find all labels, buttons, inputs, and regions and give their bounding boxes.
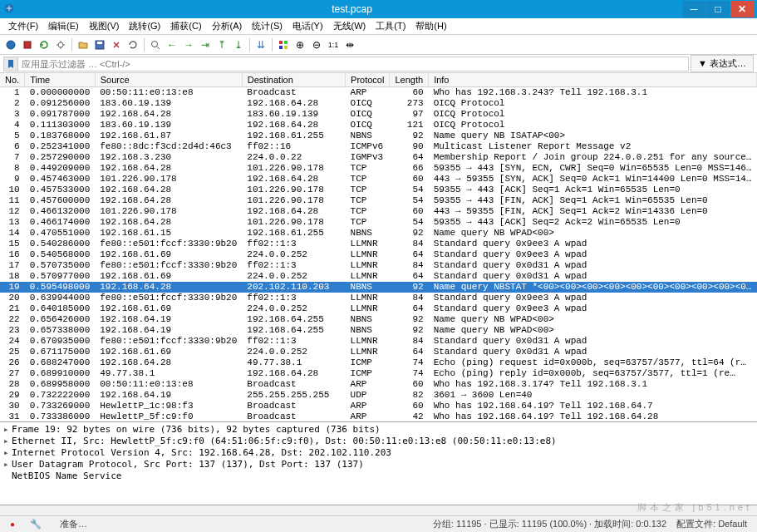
menu-item[interactable]: 工具(T) (371, 18, 410, 34)
packet-row[interactable]: 40.111303000183.60.19.139192.168.64.28OI… (0, 120, 757, 131)
start-capture-icon[interactable] (3, 37, 18, 52)
watermark: 脚本之家 jb51.net (637, 501, 752, 514)
zoom-out-icon[interactable]: ⊖ (309, 37, 324, 52)
packet-row[interactable]: 300.733269000HewlettP_1c:98:f3BroadcastA… (0, 401, 757, 411)
menu-item[interactable]: 编辑(E) (43, 18, 84, 34)
packet-row[interactable]: 130.466174000192.168.64.28101.226.90.178… (0, 217, 757, 228)
restart-capture-icon[interactable] (37, 37, 52, 52)
menu-item[interactable]: 无线(W) (328, 18, 371, 34)
packet-row[interactable]: 260.688247000192.168.64.2849.77.38.1ICMP… (0, 357, 757, 368)
open-file-icon[interactable] (76, 37, 91, 52)
svg-point-6 (152, 41, 158, 47)
column-header[interactable]: No. (0, 73, 25, 87)
menu-item[interactable]: 跳转(G) (124, 18, 165, 34)
detail-line[interactable]: ▸Frame 19: 92 bytes on wire (736 bits), … (2, 424, 755, 436)
separator (71, 38, 72, 52)
packet-row[interactable]: 240.670935000fe80::e501:fccf:3330:9b20ff… (0, 336, 757, 347)
packet-row[interactable]: 270.68991000049.77.38.1192.168.64.28ICMP… (0, 368, 757, 379)
packet-row[interactable]: 280.68995800000:50:11:e0:13:e8BroadcastA… (0, 379, 757, 390)
go-to-icon[interactable]: ⇥ (198, 37, 213, 52)
packet-row[interactable]: 150.540286000fe80::e501:fccf:3330:9b20ff… (0, 239, 757, 249)
column-header[interactable]: Time (25, 73, 96, 87)
resize-columns-icon[interactable]: ⇹ (342, 37, 357, 52)
packet-row[interactable]: 90.457463000101.226.90.178192.168.64.28T… (0, 174, 757, 185)
packet-row[interactable]: 200.639944000fe80::e501:fccf:3330:9b20ff… (0, 293, 757, 303)
maximize-button[interactable]: □ (706, 1, 730, 17)
detail-line[interactable]: ▸User Datagram Protocol, Src Port: 137 (… (2, 459, 755, 470)
go-first-icon[interactable]: ⤒ (214, 37, 229, 52)
reload-icon[interactable] (125, 37, 140, 52)
go-back-icon[interactable]: ← (165, 37, 179, 52)
packet-row[interactable]: 290.732222000192.168.64.19255.255.255.25… (0, 390, 757, 401)
packet-row[interactable]: 30.091787000192.168.64.28183.60.19.139OI… (0, 109, 757, 120)
menu-item[interactable]: 捕获(C) (165, 18, 206, 34)
packet-row[interactable]: 70.257290000192.168.3.230224.0.0.22IGMPv… (0, 152, 757, 163)
go-last-icon[interactable]: ⤓ (231, 37, 246, 52)
auto-scroll-icon[interactable]: ⇊ (253, 37, 268, 52)
stop-capture-icon[interactable] (20, 37, 35, 52)
packet-row[interactable]: 180.570977000192.168.61.69224.0.0.252LLM… (0, 271, 757, 282)
bookmark-icon[interactable] (3, 57, 18, 71)
packet-row[interactable]: 210.640185000192.168.61.69224.0.0.252LLM… (0, 303, 757, 314)
go-forward-icon[interactable]: → (181, 37, 196, 52)
expert-info-icon[interactable]: ● (5, 520, 20, 529)
packet-row[interactable]: 230.657338000192.168.64.19192.168.64.255… (0, 325, 757, 336)
svg-rect-10 (284, 46, 288, 49)
toolbar: ← → ⇥ ⤒ ⤓ ⇊ ⊕ ⊖ 1:1 ⇹ (0, 35, 757, 55)
column-header[interactable]: Destination (242, 73, 345, 87)
packet-row[interactable]: 140.470551000192.168.61.15192.168.61.255… (0, 228, 757, 239)
minimize-button[interactable]: ─ (682, 1, 705, 17)
packet-row[interactable]: 310.733386000HewlettP_5f:c9:f0BroadcastA… (0, 411, 757, 422)
packet-row[interactable]: 60.252341000fe80::8dc:f3cd:2d4d:46c3ff02… (0, 141, 757, 152)
packet-row[interactable]: 170.570735000fe80::e501:fccf:3330:9b20ff… (0, 260, 757, 271)
packet-row[interactable]: 220.656426000192.168.64.19192.168.64.255… (0, 314, 757, 325)
expression-button[interactable]: ▼ 表达式… (691, 55, 754, 72)
menu-item[interactable]: 分析(A) (207, 18, 248, 34)
menu-item[interactable]: 视图(V) (84, 18, 125, 34)
packet-row[interactable]: 10.00000000000:50:11:e0:13:e8BroadcastAR… (0, 87, 757, 99)
find-icon[interactable] (148, 37, 163, 52)
app-icon (3, 2, 17, 16)
separator (249, 38, 250, 52)
packet-row[interactable]: 50.183768000192.168.61.87192.168.61.255N… (0, 131, 757, 141)
packet-list[interactable]: No.TimeSourceDestinationProtocolLengthIn… (0, 73, 757, 422)
column-header[interactable]: Source (95, 73, 242, 87)
display-filter-input[interactable] (18, 57, 689, 71)
menu-item[interactable]: 统计(S) (247, 18, 288, 34)
detail-line[interactable]: ▸Ethernet II, Src: HewlettP_5f:c9:f0 (64… (2, 436, 755, 447)
svg-rect-9 (279, 46, 283, 49)
preferences-icon[interactable]: 🔧 (25, 519, 47, 530)
menu-item[interactable]: 帮助(H) (410, 18, 451, 34)
packet-row[interactable]: 250.671175000192.168.61.69224.0.0.252LLM… (0, 347, 757, 357)
zoom-in-icon[interactable]: ⊕ (292, 37, 307, 52)
column-header[interactable]: Protocol (346, 73, 390, 87)
packet-row[interactable]: 80.449209000192.168.64.28101.226.90.178T… (0, 163, 757, 174)
svg-rect-5 (97, 42, 102, 44)
colorize-icon[interactable] (276, 37, 291, 52)
options-icon[interactable] (53, 37, 68, 52)
save-file-icon[interactable] (92, 37, 107, 52)
zoom-reset-icon[interactable]: 1:1 (326, 37, 341, 52)
packet-details[interactable]: ▸Frame 19: 92 bytes on wire (736 bits), … (0, 422, 757, 505)
svg-rect-8 (284, 41, 288, 44)
status-ready: 准备… (55, 518, 92, 530)
packet-row[interactable]: 110.457600000192.168.64.28101.226.90.178… (0, 195, 757, 206)
status-packets: 分组: 11195 · 已显示: 11195 (100.0%) · 加载时间: … (428, 518, 671, 530)
detail-line[interactable]: NetBIOS Name Service (2, 470, 755, 482)
packet-table: No.TimeSourceDestinationProtocolLengthIn… (0, 73, 757, 422)
packet-row[interactable]: 20.091256000183.60.19.139192.168.64.28OI… (0, 98, 757, 109)
menu-item[interactable]: 文件(F) (3, 18, 43, 34)
column-header[interactable]: Info (429, 73, 757, 87)
status-profile[interactable]: 配置文件: Default (671, 518, 752, 530)
column-header[interactable]: Length (390, 73, 429, 87)
svg-rect-7 (279, 41, 283, 44)
packet-row[interactable]: 160.540568000192.168.61.69224.0.0.252LLM… (0, 249, 757, 260)
separator (144, 38, 145, 52)
packet-row[interactable]: 100.457533000192.168.64.28101.226.90.178… (0, 185, 757, 195)
close-button[interactable]: ✕ (730, 1, 754, 17)
packet-row[interactable]: 190.595498000192.168.64.28202.102.110.20… (0, 282, 757, 293)
close-file-icon[interactable] (109, 37, 124, 52)
detail-line[interactable]: ▸Internet Protocol Version 4, Src: 192.1… (2, 447, 755, 459)
packet-row[interactable]: 120.466132000101.226.90.178192.168.64.28… (0, 206, 757, 217)
menu-item[interactable]: 电话(Y) (288, 18, 328, 34)
